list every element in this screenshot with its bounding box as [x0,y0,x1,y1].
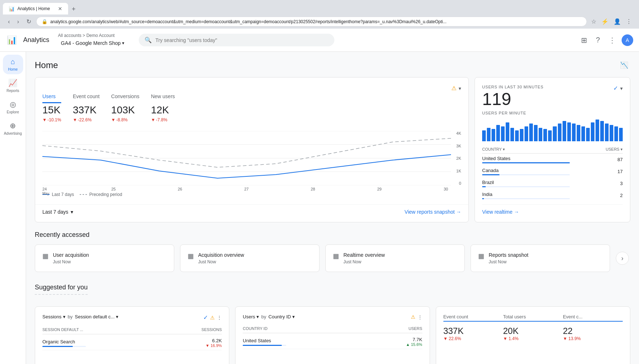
stats-card-content: Users 15K ▼ -10.1% Event count 337 [35,78,468,204]
recently-accessed-section: Recently accessed ▦ User acquisition Jus… [35,231,630,272]
event-count-label: Event count [443,314,503,319]
x-label-30: 30 [444,187,448,196]
y-label-1k: 1K [454,169,461,173]
sessions-filter[interactable]: Sessions ▾ [42,314,66,319]
reports-snapshot-time: Just Now [489,259,529,264]
users-col-header[interactable]: USERS ▾ [570,146,623,154]
bar [572,124,576,141]
users-cell: 2 [570,189,623,201]
bar [539,128,542,142]
profile-button[interactable]: 👤 [612,17,622,26]
extensions-button[interactable]: ⚡ [600,17,610,26]
menu-button[interactable]: ⋮ [625,17,633,26]
avatar[interactable]: A [622,34,633,46]
bar [586,128,590,142]
recently-next-button[interactable]: › [616,252,629,265]
sparkline-button[interactable]: 📉 [618,59,630,71]
tab-favicon: 📊 [9,6,14,12]
total-users-label: Total users [503,314,563,319]
realtime-label: USERS IN LAST 30 MINUTES [482,85,543,89]
bar [581,126,585,141]
sidebar-label-explore: Explore [7,110,19,114]
main-layout: ⌂ Home 📈 Reports ◎ Explore ⊕ Advertising… [0,52,639,364]
bar [553,126,556,141]
breadcrumb: All accounts > Demo Account [58,33,126,38]
country-id-filter[interactable]: Country ID ▾ [268,314,295,319]
bar [563,121,566,141]
reload-button[interactable]: ↻ [24,17,33,26]
search-bar[interactable]: 🔍 [139,34,334,46]
country-cell: Canada [482,166,570,177]
y-label-2k: 2K [454,156,461,160]
property-selector[interactable]: GA4 - Google Merch Shop ▾ [58,39,127,47]
down-arrow-icon: ▼ [42,117,47,122]
recent-card-acquisition-overview[interactable]: ▦ Acquisition overview Just Now [180,244,320,272]
tab-new-users[interactable]: New users [151,91,175,103]
realtime-header: USERS IN LAST 30 MINUTES 119 ✓ ▾ [482,85,623,109]
bar [591,122,594,142]
session-default-filter[interactable]: Session default c... ▾ [75,314,118,319]
help-button[interactable]: ? [593,33,603,47]
reports-snapshot-title: Reports snapshot [489,252,529,258]
y-label-0: 0 [454,181,461,185]
metric-dropdown-button[interactable]: ▾ [459,85,461,91]
sidebar-item-explore[interactable]: ◎ Explore [3,97,24,117]
grid-button[interactable]: ⊞ [578,33,590,47]
country-id-label: Country ID [268,314,291,319]
recent-card-realtime-overview[interactable]: ▦ Realtime overview Just Now [325,244,465,272]
tab-event-count[interactable]: Event count [73,91,100,103]
sidebar-item-reports[interactable]: 📈 Reports [2,76,24,96]
search-input[interactable] [155,37,329,43]
users-filter[interactable]: Users ▾ [243,314,259,319]
bar [501,126,505,141]
recent-card-user-acquisition[interactable]: ▦ User acquisition Just Now [35,244,174,272]
tab-users[interactable]: Users [42,91,61,103]
tab-title: Analytics | Home [17,6,50,11]
view-reports-snapshot-link[interactable]: View reports snapshot → [405,209,461,215]
y-label-4k: 4K [454,131,461,135]
down-arrow-icon: ▼ [111,117,116,122]
bar [482,130,486,141]
explore-icon: ◎ [10,100,16,109]
users-cell: 3 [570,177,623,189]
more-options-button[interactable]: ⋮ [217,314,222,321]
recently-accessed-title: Recently accessed [35,231,630,239]
us-bar [243,345,282,346]
realtime-dropdown-button[interactable]: ▾ [620,85,623,91]
close-tab-button[interactable]: ✕ [58,6,62,12]
recently-accessed-grid: ▦ User acquisition Just Now ▦ Acquisitio… [35,244,630,272]
alert-button[interactable]: ⚠ [210,314,215,321]
back-button[interactable]: ‹ [6,18,12,26]
forward-button[interactable]: › [15,18,21,26]
recent-card-reports-snapshot[interactable]: ▦ Reports snapshot Just Now [471,244,610,272]
country-col-header[interactable]: COUNTRY ▾ [482,146,570,154]
suggested-sessions-card: Sessions ▾ by Session default c... ▾ [35,306,229,364]
bar [529,124,533,141]
view-realtime-link[interactable]: View realtime → [482,209,623,215]
realtime-overview-icon: ▦ [333,252,339,260]
alert-button2[interactable]: ⚠ [411,314,415,320]
event-count-value: 337K [443,326,503,336]
active-tab[interactable]: 📊 Analytics | Home ✕ [3,3,68,14]
address-bar[interactable]: 🔒 analytics.google.com/analytics/web/#ut… [36,17,587,26]
event-c-value: 22 [563,326,623,336]
more-menu-button[interactable]: ⋮ [606,33,619,47]
sidebar-item-advertising[interactable]: ⊕ Advertising [0,118,26,138]
sidebar-item-home[interactable]: ⌂ Home [3,55,23,74]
date-filter[interactable]: Last 7 days ▾ [42,209,73,215]
x-label-25: 25 [111,187,116,196]
down-arrow-icon: ▼ [73,117,77,122]
suggested-users-country-card: Users ▾ by Country ID ▾ ⚠ [235,306,430,364]
us-row: United States 7.7K ▲ 15.6% [243,335,422,349]
organic-search-value: 6.2K [205,338,222,343]
tab-bar: 📊 Analytics | Home ✕ + [3,3,636,14]
bookmark-button[interactable]: ☆ [590,17,598,26]
down-arrow-icon: ▼ [151,117,155,122]
realtime-overview-title: Realtime overview [343,252,385,258]
realtime-footer: View realtime → [482,204,623,215]
tab-conversions[interactable]: Conversions [111,91,139,103]
chart-area: 4K 3K 2K 1K 0 24May 25 26 [42,131,461,189]
more-options-button2[interactable]: ⋮ [418,314,422,320]
new-tab-button[interactable]: + [69,4,79,14]
suggested-section: Suggested for you Sessions ▾ by [35,284,630,364]
